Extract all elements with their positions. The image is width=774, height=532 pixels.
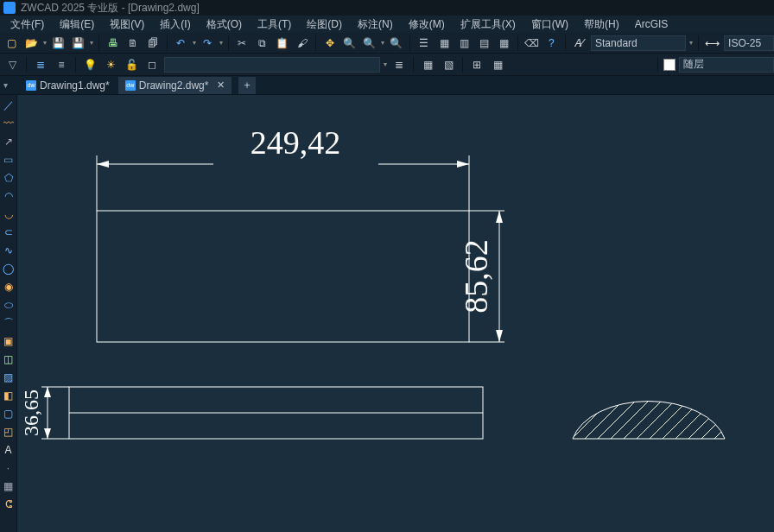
spline-icon[interactable]: ∿ <box>2 244 16 257</box>
menu-dimension[interactable]: 标注(N) <box>352 16 398 33</box>
layer-bulb-icon[interactable]: 💡 <box>81 56 98 73</box>
arc-icon[interactable]: ◠ <box>2 189 16 203</box>
wipeout-icon[interactable]: ◰ <box>2 425 16 439</box>
bylayer-color-select[interactable] <box>679 57 774 73</box>
help-icon[interactable]: ? <box>543 35 560 52</box>
text-style-select[interactable] <box>591 35 686 51</box>
sheetset-icon[interactable]: ▤ <box>476 35 492 52</box>
point-icon[interactable]: · <box>2 461 16 475</box>
helix-icon[interactable]: ⵛ <box>2 497 16 511</box>
zoom-window-icon[interactable]: 🔍 <box>361 35 377 52</box>
ellipse-icon[interactable]: ⬭ <box>2 298 16 312</box>
open-file-icon[interactable]: 📂 <box>23 35 40 52</box>
app-logo-icon <box>3 2 16 14</box>
separator <box>565 35 566 51</box>
block2-icon[interactable]: ▧ <box>440 56 457 73</box>
plot-icon[interactable]: 🖶 <box>105 35 121 52</box>
separator <box>462 57 463 73</box>
svg-line-28 <box>691 371 769 449</box>
dim-right: 85,62 <box>458 211 504 342</box>
menu-view[interactable]: 视图(V) <box>105 16 149 33</box>
menu-help[interactable]: 帮助(H) <box>579 16 625 33</box>
ortho-icon[interactable]: ⊞ <box>468 56 485 73</box>
undo-icon[interactable]: ↶ <box>173 35 189 52</box>
cut-icon[interactable]: ✂ <box>234 35 251 52</box>
filter-icon[interactable]: ▽ <box>3 56 21 73</box>
layer-select[interactable] <box>164 57 380 73</box>
text-style-icon[interactable]: A⁄ <box>571 35 587 52</box>
rect-icon[interactable]: ▭ <box>2 153 16 167</box>
zoom-prev-icon[interactable]: 🔍 <box>388 35 404 52</box>
grid-icon[interactable]: ▦ <box>489 56 506 73</box>
ellipse-arc-icon[interactable]: ⌒ <box>2 316 16 330</box>
dim-style-icon[interactable]: ⟷ <box>704 35 720 52</box>
menu-tools[interactable]: 工具(T) <box>252 16 296 33</box>
ray-icon[interactable]: ↗ <box>2 135 16 149</box>
block-insert-icon[interactable]: ▣ <box>2 334 16 348</box>
menu-window[interactable]: 窗口(W) <box>526 16 574 33</box>
props-icon[interactable]: ☰ <box>416 35 432 52</box>
menu-insert[interactable]: 插入(I) <box>155 16 195 33</box>
hatch-icon[interactable]: ▨ <box>2 370 16 384</box>
redo-icon[interactable]: ↷ <box>200 35 216 52</box>
layer-lock-icon[interactable]: 🔓 <box>123 56 140 73</box>
matchprop-icon[interactable]: 🖌 <box>294 35 310 52</box>
layer-state-icon[interactable]: ≡ <box>53 56 70 73</box>
donut-icon[interactable]: ◉ <box>2 280 16 294</box>
layer-color-icon[interactable]: ◻ <box>143 56 161 73</box>
dwg-icon: dw <box>125 80 136 91</box>
polyline-icon[interactable]: 〰 <box>2 117 16 130</box>
pan-icon[interactable]: ✥ <box>321 35 338 52</box>
svg-line-22 <box>613 371 691 449</box>
layer-sun-icon[interactable]: ☀ <box>102 56 119 73</box>
separator <box>167 35 168 51</box>
menu-file[interactable]: 文件(F) <box>5 16 49 33</box>
svg-line-23 <box>626 371 704 449</box>
gradient-icon[interactable]: ◧ <box>2 389 16 402</box>
preview-icon[interactable]: 🗎 <box>124 35 141 52</box>
svg-marker-17 <box>44 428 51 439</box>
region-icon[interactable]: ▢ <box>2 407 16 421</box>
paste-icon[interactable]: 📋 <box>274 35 290 52</box>
polygon-icon[interactable]: ⬠ <box>2 171 16 185</box>
separator <box>413 57 414 73</box>
menu-extensions[interactable]: 扩展工具(X) <box>455 16 521 33</box>
menu-draw[interactable]: 绘图(D) <box>301 16 347 33</box>
toolpalette-icon[interactable]: ▥ <box>456 35 473 52</box>
clean-icon[interactable]: ⌫ <box>523 35 540 52</box>
calc-icon[interactable]: ▦ <box>496 35 512 52</box>
zoom-rt-icon[interactable]: 🔍 <box>341 35 358 52</box>
tab-label: Drawing1.dwg* <box>40 79 110 92</box>
copy-icon[interactable]: ⧉ <box>254 35 270 52</box>
layer-match-icon[interactable]: ≣ <box>390 56 408 73</box>
tab-add-button[interactable]: ＋ <box>238 77 256 94</box>
saveas-icon[interactable]: 💾 <box>70 35 86 52</box>
rev-icon[interactable]: ⊂ <box>2 225 16 239</box>
save-icon[interactable]: 💾 <box>50 35 67 52</box>
publish-icon[interactable]: 🗐 <box>145 35 162 52</box>
menu-format[interactable]: 格式(O) <box>201 16 247 33</box>
dim-style-select[interactable] <box>724 35 774 51</box>
close-icon[interactable]: ✕ <box>217 79 225 91</box>
block-icon[interactable]: ▦ <box>419 56 436 73</box>
color-swatch-icon[interactable] <box>663 59 676 71</box>
svg-marker-16 <box>44 387 51 397</box>
tab-menu-chevron-icon[interactable]: ▾ <box>3 80 8 90</box>
new-file-icon[interactable]: ▢ <box>3 35 20 52</box>
svg-line-30 <box>717 371 774 449</box>
title-text: ZWCAD 2025 专业版 - [Drawing2.dwg] <box>21 1 200 16</box>
layer-props-icon[interactable]: ≣ <box>32 56 49 73</box>
drawing-canvas[interactable]: 249,42 85,62 36,65 <box>17 95 774 532</box>
block-create-icon[interactable]: ◫ <box>2 352 16 366</box>
tab-drawing1[interactable]: dw Drawing1.dwg* <box>19 77 117 94</box>
table-icon[interactable]: ▦ <box>2 479 16 493</box>
text-icon[interactable]: A <box>2 443 16 457</box>
arc2-icon[interactable]: ◡ <box>2 207 16 221</box>
tab-drawing2[interactable]: dw Drawing2.dwg* ✕ <box>118 77 232 94</box>
menu-edit[interactable]: 编辑(E) <box>54 16 99 33</box>
designcenter-icon[interactable]: ▦ <box>435 35 452 52</box>
menu-arcgis[interactable]: ArcGIS <box>630 17 674 31</box>
circle-icon[interactable]: ◯ <box>2 262 16 276</box>
menu-modify[interactable]: 修改(M) <box>403 16 450 33</box>
line-icon[interactable]: ／ <box>2 98 16 112</box>
